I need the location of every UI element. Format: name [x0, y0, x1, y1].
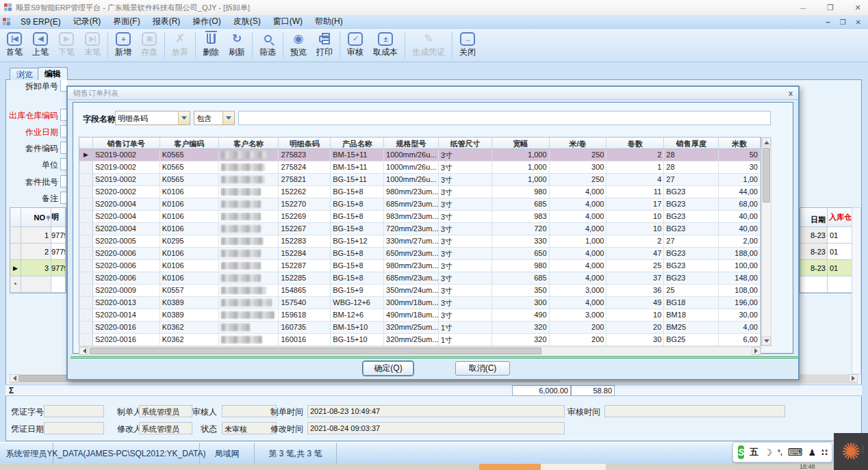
scroll-left-icon[interactable] — [10, 374, 18, 382]
tab-browse[interactable]: 浏览 — [10, 68, 40, 80]
scroll-left-icon[interactable] — [79, 347, 88, 355]
moon-icon[interactable] — [764, 447, 772, 458]
dialog-horizontal-scrollbar[interactable] — [79, 346, 761, 356]
sales-order-row[interactable]: S2019-0002K0565275821BG-15+111000mm/26u.… — [79, 174, 761, 186]
toolbar-button-close-form[interactable]: →关闭 — [455, 30, 481, 60]
toolbar-button-audit[interactable]: ✓审核 — [342, 30, 368, 60]
keyboard-icon[interactable] — [788, 446, 803, 458]
scroll-right-icon[interactable] — [849, 374, 858, 382]
delete-icon — [207, 31, 216, 46]
column-header-1[interactable]: 客户编码 — [160, 138, 219, 149]
sales-order-row[interactable]: S2020-0006K0106152285BG-15+8685mm/23um..… — [79, 272, 761, 285]
menu-item-0[interactable]: 记录(R) — [67, 15, 107, 27]
minimize-icon[interactable] — [798, 3, 808, 12]
column-header-10[interactable]: 销售厚度 — [664, 138, 719, 149]
grid-vertical-scrollbar[interactable] — [852, 207, 861, 374]
menu-item-5[interactable]: 窗口(W) — [267, 15, 309, 27]
scroll-thumb[interactable] — [763, 148, 770, 203]
sales-order-row[interactable]: S2020-0004K0106152270BG-15+8685mm/23um..… — [79, 198, 761, 211]
chevron-down-icon[interactable] — [222, 112, 234, 125]
mdi-restore-icon[interactable] — [840, 17, 846, 27]
sales-order-row[interactable]: S2020-0009K0557154865BG-15+9350mm/24um..… — [79, 285, 761, 297]
menu-item-6[interactable]: 帮助(H) — [309, 15, 349, 27]
chevron-down-icon[interactable] — [178, 112, 190, 125]
menu-item-3[interactable]: 操作(O) — [186, 15, 227, 27]
sales-order-row[interactable]: S2020-0014K0389159618BM-12+6490mm/18um..… — [79, 309, 761, 322]
column-header-detail[interactable]: 明 — [51, 208, 66, 227]
sales-order-row[interactable]: S2020-0004K0106152267BG-15+8720mm/23um..… — [79, 223, 761, 235]
tab-edit[interactable]: 编辑 — [38, 67, 68, 80]
scroll-right-icon[interactable] — [752, 347, 761, 355]
column-header-6[interactable]: 纸管尺寸 — [439, 138, 492, 149]
column-header-9[interactable]: 卷数 — [607, 138, 664, 149]
toolbar-button-refresh[interactable]: ↻刷新 — [224, 30, 250, 60]
scroll-thumb[interactable] — [90, 348, 541, 354]
toolbar-button-preview[interactable]: ◉预览 — [285, 30, 311, 60]
column-header-7[interactable]: 宽幅 — [492, 138, 550, 149]
footer-field-4[interactable] — [604, 405, 785, 417]
column-header-5[interactable]: 规格型号 — [384, 138, 439, 149]
detail-row[interactable]: 197792 — [10, 227, 66, 244]
scroll-up-icon[interactable] — [762, 138, 771, 146]
sales-order-row[interactable]: S2020-0016K0362160016BG-15+10320mm/25um.… — [79, 334, 761, 346]
redacted-customer-name — [221, 225, 261, 233]
menu-item-1[interactable]: 界面(F) — [107, 15, 146, 27]
sogou-logo-icon[interactable]: S — [738, 445, 744, 459]
sales-order-row[interactable]: S2020-0006K0106152287BG-15+8980mm/23um..… — [79, 260, 761, 272]
detail-row[interactable]: 8-2301 — [800, 227, 856, 244]
filter-value-input[interactable] — [238, 111, 771, 125]
detail-row[interactable]: * — [10, 276, 66, 293]
cancel-button[interactable]: 取消(C) — [455, 361, 510, 376]
dialog-close-icon[interactable]: x — [789, 89, 793, 97]
detail-row[interactable]: 8-2301 — [800, 260, 856, 276]
toolbox-grid-icon[interactable] — [821, 447, 828, 458]
cell: BM18 — [664, 309, 719, 322]
person-icon[interactable] — [808, 447, 816, 458]
mdi-close-icon[interactable] — [856, 17, 861, 27]
sales-order-row[interactable]: S2020-0004K0106152269BG-15+8983mm/23um..… — [79, 211, 761, 223]
corner-app-window[interactable]: ✺ ⋮ — [834, 433, 868, 470]
toolbar-button-new-record[interactable]: +新增 — [110, 30, 136, 60]
sales-order-row[interactable]: S2020-0005K0295152283BG-15+12330mm/27um.… — [79, 235, 761, 248]
detail-row[interactable] — [800, 276, 856, 293]
punctuation-icon[interactable]: °, — [778, 449, 782, 456]
column-header-8[interactable]: 米/卷 — [550, 138, 607, 149]
toolbar-button-previous-record[interactable]: ◀上笔 — [27, 30, 53, 60]
detail-row[interactable]: 8-2301 — [800, 244, 856, 260]
column-header-no[interactable]: NO — [21, 208, 51, 227]
toolbar-button-get-cost[interactable]: ±取成本 — [368, 30, 403, 60]
cell — [219, 149, 279, 161]
sales-order-row[interactable]: ▶S2019-0002K0565275823BM-15+111000mm/26u… — [79, 149, 761, 161]
column-header-11[interactable]: 米数 — [719, 138, 761, 149]
menu-s9erp[interactable]: S9 ERP(E) — [14, 16, 67, 28]
toolbar-button-first-record[interactable]: |◀首笔 — [1, 30, 27, 60]
toolbar-button-delete[interactable]: 删除 — [198, 30, 224, 60]
menu-item-4[interactable]: 皮肤(S) — [227, 15, 267, 27]
sales-order-row[interactable]: S2020-0013K0389157540WBG-12+6300mm/18um.… — [79, 297, 761, 309]
footer-field-3[interactable]: 2021-08-24 09:03:37 — [307, 422, 565, 434]
operator-select[interactable]: 包含 — [194, 111, 235, 125]
detail-row[interactable]: ▶397792 — [10, 260, 66, 276]
maximize-icon[interactable] — [826, 3, 835, 12]
column-header-2[interactable]: 客户名称 — [219, 138, 279, 149]
cell — [219, 174, 279, 186]
detail-row[interactable]: 297792 — [10, 244, 66, 260]
dialog-vertical-scrollbar[interactable] — [761, 137, 771, 346]
column-header-date[interactable]: 日期 — [800, 208, 828, 227]
mdi-minimize-icon[interactable] — [826, 17, 830, 27]
column-header-0[interactable]: 销售订单号 — [93, 138, 160, 149]
sales-order-row[interactable]: S2020-0016K0362160735BM-15+10320mm/25um.… — [79, 322, 761, 334]
scroll-down-icon[interactable] — [762, 337, 771, 345]
sales-order-row[interactable]: S2020-0006K0106152284BG-15+8650mm/23um..… — [79, 248, 761, 260]
field-name-select[interactable]: 明细条码 — [115, 111, 190, 125]
column-header-4[interactable]: 产品名称 — [331, 138, 384, 149]
sales-order-row[interactable]: S2020-0002K0106152262BG-15+8980mm/23um..… — [79, 186, 761, 198]
column-header-3[interactable]: 明细条码 — [279, 138, 331, 149]
close-icon[interactable] — [853, 3, 863, 12]
wubi-mode-icon[interactable]: 五 — [750, 446, 758, 458]
toolbar-button-filter[interactable]: 筛选 — [255, 30, 281, 60]
sales-order-row[interactable]: S2019-0002K0565275824BM-15+111000mm/26u.… — [79, 161, 761, 174]
ok-button[interactable]: 确定(Q) — [363, 361, 413, 376]
menu-item-2[interactable]: 报表(R) — [146, 15, 187, 27]
toolbar-button-print[interactable]: 打印 — [311, 30, 337, 60]
